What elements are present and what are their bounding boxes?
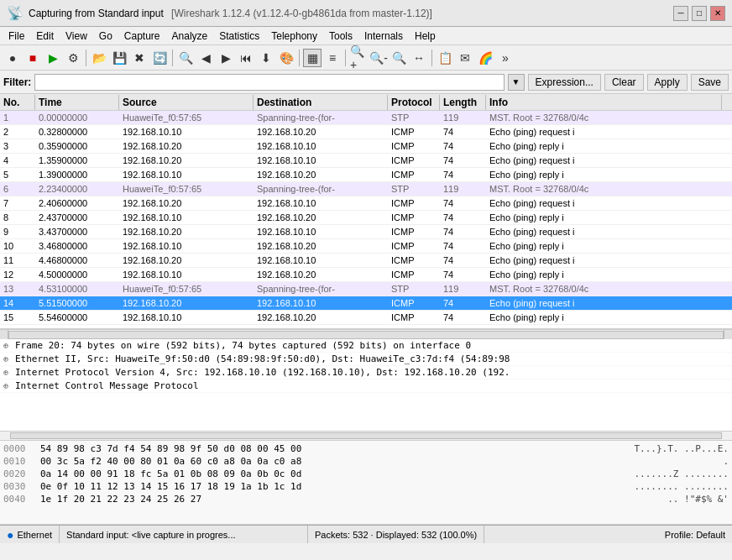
- toolbar-close[interactable]: ✖: [130, 49, 149, 67]
- toolbar-prev[interactable]: ◀: [196, 49, 215, 67]
- menu-item-tools[interactable]: Tools: [324, 29, 358, 43]
- minimize-button[interactable]: ─: [673, 6, 688, 21]
- packet-cell: Echo (ping) request i: [486, 297, 732, 309]
- packet-cell: 8: [0, 212, 35, 223]
- packet-cell: ICMP: [388, 126, 440, 138]
- toolbar-zoom-out[interactable]: 🔍-: [369, 49, 388, 67]
- packet-cell: 3.46800000: [35, 240, 119, 252]
- packet-cell: ICMP: [388, 226, 440, 238]
- detail-text: Internet Control Message Protocol: [15, 380, 199, 391]
- menu-item-internals[interactable]: Internals: [359, 29, 408, 43]
- save-filter-button[interactable]: Save: [691, 74, 729, 91]
- toolbar-reload[interactable]: 🔄: [150, 49, 169, 67]
- packet-row[interactable]: 114.46800000192.168.10.20192.168.10.10IC…: [0, 254, 732, 268]
- menu-item-view[interactable]: View: [60, 29, 92, 43]
- toolbar-color[interactable]: 🎨: [277, 49, 295, 67]
- maximize-button[interactable]: □: [692, 6, 707, 21]
- toolbar-display-filters[interactable]: ✉: [456, 49, 474, 67]
- toolbar-stop-capture[interactable]: ■: [24, 49, 42, 67]
- packet-hscroll[interactable]: [0, 329, 732, 339]
- header-no: No.: [0, 95, 35, 110]
- packet-row[interactable]: 155.54600000192.168.10.10192.168.10.20IC…: [0, 311, 732, 325]
- packet-row[interactable]: 41.35900000192.168.10.20192.168.10.10ICM…: [0, 154, 732, 168]
- hex-row: 001000 3c 5a f2 40 00 80 01 0a 60 c0 a8 …: [3, 455, 729, 468]
- clear-filter-button[interactable]: Clear: [604, 74, 644, 91]
- toolbar-save[interactable]: 💾: [110, 49, 128, 67]
- toolbar-more[interactable]: »: [496, 49, 515, 67]
- packet-row[interactable]: 103.46800000192.168.10.10192.168.10.20IC…: [0, 239, 732, 254]
- toolbar-open[interactable]: 📂: [90, 49, 108, 67]
- header-source: Source: [119, 95, 254, 110]
- detail-expand-icon[interactable]: ⊕: [3, 354, 15, 364]
- toolbar-find[interactable]: 🔍: [176, 49, 195, 67]
- toolbar-restart-capture[interactable]: ▶: [44, 49, 62, 67]
- hex-ascii: ........ ........: [634, 481, 729, 492]
- packet-cell: HuaweiTe_f0:57:65: [119, 283, 254, 295]
- packet-cell: 192.168.10.10: [119, 240, 254, 252]
- packet-cell: Spanning-tree-(for-: [254, 183, 388, 195]
- toolbar-zoom-normal[interactable]: 🔍: [390, 49, 408, 67]
- packet-cell: 1.39000000: [35, 169, 119, 181]
- menu-item-analyze[interactable]: Analyze: [167, 29, 213, 43]
- toolbar-scroll-end[interactable]: ⬇: [257, 49, 275, 67]
- toolbar-resize-cols[interactable]: ↔: [410, 49, 428, 67]
- packet-cell: 2.43700000: [35, 212, 119, 223]
- menu-item-telephony[interactable]: Telephony: [266, 29, 322, 43]
- packet-cell: 1.35900000: [35, 154, 119, 166]
- packet-row[interactable]: 93.43700000192.168.10.20192.168.10.10ICM…: [0, 225, 732, 239]
- filter-dropdown-arrow[interactable]: ▼: [508, 74, 525, 91]
- menu-item-capture[interactable]: Capture: [119, 29, 165, 43]
- detail-hscroll[interactable]: [0, 432, 732, 441]
- title-controls: ─ □ ✕: [673, 6, 725, 21]
- packet-row[interactable]: 134.53100000HuaweiTe_f0:57:65Spanning-tr…: [0, 282, 732, 296]
- packet-cell: 11: [0, 254, 35, 266]
- packet-cell: 74: [440, 197, 486, 209]
- detail-expand-icon[interactable]: ⊕: [3, 381, 15, 390]
- detail-row[interactable]: ⊕Internet Control Message Protocol: [0, 379, 732, 393]
- menu-item-help[interactable]: Help: [410, 29, 441, 43]
- apply-filter-button[interactable]: Apply: [647, 74, 688, 91]
- toolbar-start-capture[interactable]: ●: [3, 49, 22, 67]
- toolbar-capture-filters[interactable]: 📋: [436, 49, 454, 67]
- packet-cell: 3: [0, 140, 35, 152]
- packet-row[interactable]: 62.23400000HuaweiTe_f0:57:65Spanning-tre…: [0, 182, 732, 196]
- detail-row[interactable]: ⊕Internet Protocol Version 4, Src: 192.1…: [0, 366, 732, 379]
- packet-cell: Echo (ping) reply i: [486, 140, 732, 152]
- toolbar-options[interactable]: ⚙: [64, 49, 82, 67]
- packet-row[interactable]: 30.35900000192.168.10.20192.168.10.10ICM…: [0, 139, 732, 154]
- expression-button[interactable]: Expression...: [528, 74, 601, 91]
- status-profile: Profile: Default: [484, 526, 732, 543]
- menu-item-edit[interactable]: Edit: [31, 29, 59, 43]
- menu-item-file[interactable]: File: [3, 29, 29, 43]
- menu-item-statistics[interactable]: Statistics: [214, 29, 264, 43]
- toolbar-go-first[interactable]: ⏮: [237, 49, 255, 67]
- toolbar-sep4: [345, 50, 346, 66]
- hscroll-bar[interactable]: [8, 331, 724, 339]
- packet-row[interactable]: 20.32800000192.168.10.10192.168.10.20ICM…: [0, 125, 732, 139]
- toolbar-next[interactable]: ▶: [217, 49, 235, 67]
- packet-row[interactable]: 72.40600000192.168.10.20192.168.10.10ICM…: [0, 196, 732, 211]
- packet-row[interactable]: 10.00000000HuaweiTe_f0:57:65Spanning-tre…: [0, 111, 732, 125]
- toolbar-zoom-in[interactable]: 🔍+: [349, 49, 368, 67]
- packet-row[interactable]: 82.43700000192.168.10.10192.168.10.20ICM…: [0, 211, 732, 225]
- detail-expand-icon[interactable]: ⊕: [3, 341, 15, 350]
- filter-input[interactable]: [34, 74, 504, 91]
- packet-cell: 10: [0, 240, 35, 252]
- menu-item-go[interactable]: Go: [94, 29, 118, 43]
- detail-row[interactable]: ⊕Ethernet II, Src: HuaweiTe_9f:50:d0 (54…: [0, 353, 732, 366]
- toolbar-colorize[interactable]: 🌈: [476, 49, 494, 67]
- detail-expand-icon[interactable]: ⊕: [3, 368, 15, 377]
- hex-bytes: 00 3c 5a f2 40 00 80 01 0a 60 c0 a8 0a 0…: [40, 456, 716, 467]
- hex-row: 000054 89 98 c3 7d f4 54 89 98 9f 50 d0 …: [3, 442, 729, 455]
- close-button[interactable]: ✕: [710, 6, 725, 21]
- toolbar-packets-view[interactable]: ▦: [303, 49, 322, 67]
- packet-row[interactable]: 124.50000000192.168.10.10192.168.10.20IC…: [0, 268, 732, 282]
- packet-cell: 2.40600000: [35, 197, 119, 209]
- toolbar-packets-list[interactable]: ≡: [323, 49, 342, 67]
- packet-cell: 74: [440, 240, 486, 252]
- detail-row[interactable]: ⊕Frame 20: 74 bytes on wire (592 bits), …: [0, 339, 732, 353]
- packet-row[interactable]: 145.51500000192.168.10.20192.168.10.10IC…: [0, 296, 732, 311]
- packet-rows[interactable]: 10.00000000HuaweiTe_f0:57:65Spanning-tre…: [0, 111, 732, 328]
- packet-row[interactable]: 51.39000000192.168.10.10192.168.10.20ICM…: [0, 168, 732, 182]
- packet-cell: MST. Root = 32768/0/4c: [486, 283, 732, 295]
